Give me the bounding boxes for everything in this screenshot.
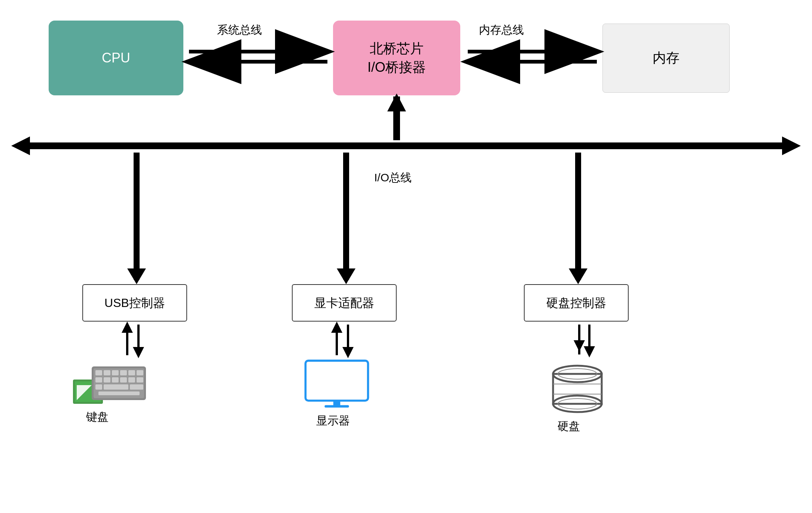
svg-rect-21 (112, 377, 119, 383)
svg-rect-15 (112, 370, 119, 375)
memory-bus-label: 内存总线 (479, 22, 524, 38)
keyboard-label: 键盘 (86, 409, 109, 425)
svg-rect-20 (104, 377, 110, 383)
svg-rect-30 (308, 363, 366, 399)
svg-rect-28 (98, 391, 140, 395)
gpu-ctrl-label: 显卡适配器 (314, 295, 374, 311)
gpu-ctrl-box: 显卡适配器 (292, 284, 397, 322)
cpu-label: CPU (102, 49, 130, 67)
monitor-label: 显示器 (316, 413, 350, 428)
io-bus-arrow-right (782, 136, 801, 155)
hddctrl-to-hdd-arrow-down (584, 346, 595, 357)
monitor-icon (299, 359, 374, 408)
cpu-box: CPU (49, 21, 183, 95)
svg-rect-19 (95, 377, 102, 383)
svg-rect-32 (325, 405, 349, 408)
svg-rect-34 (553, 374, 602, 404)
svg-rect-18 (137, 370, 143, 375)
svg-rect-26 (104, 384, 128, 390)
diagram: CPU 北桥芯片 I/O桥接器 内存 USB控制器 显卡适配器 硬盘控制器 系统… (0, 0, 812, 513)
io-bus-arrow-left (11, 136, 30, 155)
io-bus-label: I/O总线 (374, 170, 412, 185)
memory-box: 内存 (602, 24, 730, 93)
svg-rect-14 (104, 370, 110, 375)
svg-rect-27 (130, 384, 143, 390)
usb-ctrl-label: USB控制器 (104, 295, 165, 311)
northbridge-box: 北桥芯片 I/O桥接器 (333, 21, 460, 95)
gpu-to-mon-arrow-down (342, 347, 354, 358)
hdd-ctrl-label: 硬盘控制器 (546, 295, 606, 311)
nb-to-io-arrow (387, 93, 406, 111)
svg-rect-25 (95, 384, 102, 390)
hdd-disk-icon (549, 361, 605, 417)
io-to-usb-arrow (127, 268, 146, 284)
hddctrl-to-hdd-arrow-up (574, 340, 585, 351)
svg-rect-24 (137, 377, 143, 383)
gpu-to-mon-arrow-up (331, 322, 342, 333)
system-bus-label: 系统总线 (217, 22, 262, 38)
svg-rect-22 (120, 377, 127, 383)
hdd-label: 硬盘 (558, 419, 580, 434)
keyboard-icon (73, 359, 148, 404)
io-to-gpu-arrow (337, 268, 355, 284)
northbridge-label: 北桥芯片 I/O桥接器 (367, 39, 426, 77)
memory-label: 内存 (653, 49, 680, 67)
svg-rect-23 (128, 377, 135, 383)
svg-rect-17 (128, 370, 135, 375)
usb-to-kb-arrow-up (122, 322, 133, 333)
usb-to-kb-arrow-down (133, 347, 144, 358)
usb-ctrl-box: USB控制器 (82, 284, 187, 322)
svg-rect-13 (95, 370, 102, 375)
svg-rect-16 (120, 370, 127, 375)
hdd-ctrl-box: 硬盘控制器 (524, 284, 629, 322)
io-to-hdd-arrow (569, 268, 587, 284)
